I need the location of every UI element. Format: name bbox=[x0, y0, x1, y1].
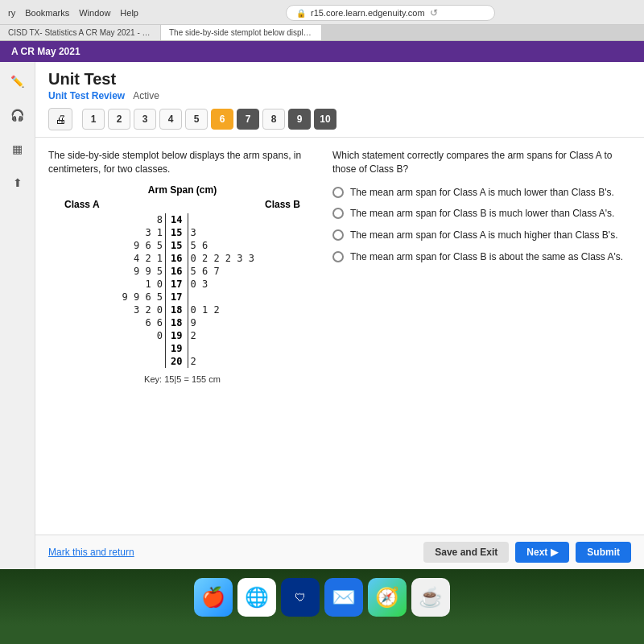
stemplot-key: Key: 15|5 = 155 cm bbox=[48, 374, 316, 384]
sidebar-icon-headphones[interactable]: 🎧 bbox=[6, 104, 29, 126]
class-a-cell bbox=[108, 355, 166, 368]
class-b-cell: 9 bbox=[188, 316, 257, 329]
app-header: A CR May 2021 bbox=[0, 41, 644, 62]
address-bar-container: 🔒 r15.core.learn.edgenuity.com ↺ bbox=[145, 5, 636, 21]
dock-cup-icon[interactable]: ☕ bbox=[411, 578, 450, 617]
radio-option-4[interactable]: The mean arm span for Class B is about t… bbox=[332, 250, 624, 264]
class-b-cell: 2 bbox=[188, 355, 257, 368]
radio-option-2[interactable]: The mean arm span for Class B is much lo… bbox=[332, 207, 624, 221]
q-num-1[interactable]: 1 bbox=[82, 109, 105, 130]
stemplot-headers: Class A Class B bbox=[48, 199, 316, 210]
save-exit-button[interactable]: Save and Exit bbox=[423, 542, 509, 563]
subtitle-row: Unit Test Review Active bbox=[48, 90, 631, 101]
class-a-label: Class A bbox=[64, 199, 100, 210]
q-num-5[interactable]: 5 bbox=[185, 109, 208, 130]
stem-cell: 16 bbox=[166, 265, 188, 278]
sidebar-icon-up[interactable]: ⬆ bbox=[6, 171, 29, 194]
stemplot-row: 0 19 2 bbox=[108, 329, 257, 342]
stemplot-row: 6 6 18 9 bbox=[108, 316, 257, 329]
radio-circle-3[interactable] bbox=[332, 229, 344, 241]
stemplot-row: 9 9 6 5 17 bbox=[108, 291, 257, 303]
menu-item-window[interactable]: Window bbox=[79, 8, 110, 18]
class-b-cell bbox=[188, 291, 257, 303]
radio-label-4: The mean arm span for Class B is about t… bbox=[350, 250, 623, 264]
browser-menu: ry Bookmarks Window Help bbox=[8, 8, 138, 18]
mac-dock: 🍎 🌐 🛡 ✉️ 🧭 ☕ bbox=[0, 569, 644, 625]
tab-1[interactable]: CISD TX- Statistics A CR May 2021 - Edge… bbox=[0, 25, 161, 40]
dock-chrome-icon[interactable]: 🌐 bbox=[237, 578, 276, 617]
menu-item-ry[interactable]: ry bbox=[8, 8, 15, 18]
class-a-cell: 1 0 bbox=[108, 278, 166, 291]
stemplot-row: 9 9 5 16 5 6 7 bbox=[108, 265, 257, 278]
stemplot-row: 20 2 bbox=[108, 355, 257, 368]
stemplot-title: Arm Span (cm) bbox=[48, 184, 316, 196]
q-num-7[interactable]: 7 bbox=[237, 109, 259, 130]
submit-button[interactable]: Submit bbox=[576, 542, 631, 563]
class-a-cell: 8 bbox=[108, 213, 166, 226]
q-num-10[interactable]: 10 bbox=[314, 109, 336, 130]
active-badge: Active bbox=[133, 90, 159, 101]
class-a-cell: 6 6 bbox=[108, 316, 166, 329]
sidebar: ✏️ 🎧 ▦ ⬆ bbox=[0, 62, 35, 569]
menu-item-bookmarks[interactable]: Bookmarks bbox=[25, 8, 69, 18]
class-a-cell bbox=[108, 342, 166, 355]
class-a-cell: 9 9 5 bbox=[108, 265, 166, 278]
menu-item-help[interactable]: Help bbox=[120, 8, 138, 18]
dock-mail-icon[interactable]: ✉️ bbox=[324, 578, 363, 617]
stem-cell: 17 bbox=[166, 278, 188, 291]
next-arrow-icon: ▶ bbox=[551, 547, 558, 558]
q-num-3[interactable]: 3 bbox=[134, 109, 156, 130]
q-num-9[interactable]: 9 bbox=[288, 109, 311, 130]
dock-comal-icon[interactable]: 🛡 bbox=[281, 578, 320, 617]
class-b-cell: 3 bbox=[188, 226, 257, 239]
stemplot-table: 8 14 3 1 15 3 9 6 5 15 5 6 bbox=[108, 213, 257, 368]
question-prompt: Which statement correctly compares the a… bbox=[332, 149, 624, 176]
content-area: Unit Test Unit Test Review Active 🖨 1 2 … bbox=[35, 62, 644, 569]
sidebar-icon-pencil[interactable]: ✏️ bbox=[6, 70, 29, 93]
sidebar-icon-grid[interactable]: ▦ bbox=[6, 138, 29, 160]
stemplot-row: 4 2 1 16 0 2 2 2 3 3 bbox=[108, 252, 257, 265]
q-num-2[interactable]: 2 bbox=[108, 109, 130, 130]
address-bar[interactable]: 🔒 r15.core.learn.edgenuity.com ↺ bbox=[286, 5, 495, 21]
stem-cell: 15 bbox=[166, 226, 188, 239]
class-b-cell: 0 3 bbox=[188, 278, 257, 291]
dock-finder-icon[interactable]: 🍎 bbox=[194, 578, 233, 617]
stem-cell: 19 bbox=[166, 329, 188, 342]
class-a-cell: 3 1 bbox=[108, 226, 166, 239]
stem-cell: 17 bbox=[166, 291, 188, 303]
radio-circle-4[interactable] bbox=[332, 251, 344, 262]
tab-2[interactable]: The side-by-side stemplot below displays… bbox=[161, 25, 322, 40]
q-num-8[interactable]: 8 bbox=[262, 109, 285, 130]
radio-label-3: The mean arm span for Class A is much hi… bbox=[350, 229, 617, 242]
radio-circle-1[interactable] bbox=[332, 187, 344, 198]
stemplot-row: 8 14 bbox=[108, 213, 257, 226]
mark-return-link[interactable]: Mark this and return bbox=[48, 547, 134, 558]
stemplot-row: 9 6 5 15 5 6 bbox=[108, 239, 257, 252]
unit-title: Unit Test bbox=[48, 70, 631, 89]
q-num-6[interactable]: 6 bbox=[211, 109, 233, 130]
stemplot-row: 1 0 17 0 3 bbox=[108, 278, 257, 291]
radio-option-3[interactable]: The mean arm span for Class A is much hi… bbox=[332, 229, 624, 242]
url-text: r15.core.learn.edgenuity.com bbox=[311, 8, 425, 18]
stem-cell: 20 bbox=[166, 355, 188, 368]
footer: Mark this and return Save and Exit Next … bbox=[35, 535, 644, 569]
stem-cell: 16 bbox=[166, 252, 188, 265]
class-a-cell: 9 6 5 bbox=[108, 239, 166, 252]
radio-option-1[interactable]: The mean arm span for Class A is much lo… bbox=[332, 186, 624, 200]
dock-safari-icon[interactable]: 🧭 bbox=[368, 578, 407, 617]
main-layout: ✏️ 🎧 ▦ ⬆ Unit Test Unit Test Review Acti… bbox=[0, 62, 644, 569]
radio-circle-2[interactable] bbox=[332, 208, 344, 219]
next-label: Next bbox=[526, 547, 547, 558]
class-b-label: Class B bbox=[265, 199, 300, 210]
print-button[interactable]: 🖨 bbox=[48, 108, 72, 130]
stem-cell: 15 bbox=[166, 239, 188, 252]
stemplot-row: 3 1 15 3 bbox=[108, 226, 257, 239]
class-a-cell: 3 2 0 bbox=[108, 303, 166, 316]
next-button[interactable]: Next ▶ bbox=[515, 542, 569, 563]
q-num-4[interactable]: 4 bbox=[159, 109, 182, 130]
stemplot-row: 19 bbox=[108, 342, 257, 355]
footer-buttons: Save and Exit Next ▶ Submit bbox=[423, 542, 631, 563]
reload-icon[interactable]: ↺ bbox=[430, 7, 438, 19]
unit-test-review-link[interactable]: Unit Test Review bbox=[48, 90, 125, 101]
class-a-cell: 4 2 1 bbox=[108, 252, 166, 265]
